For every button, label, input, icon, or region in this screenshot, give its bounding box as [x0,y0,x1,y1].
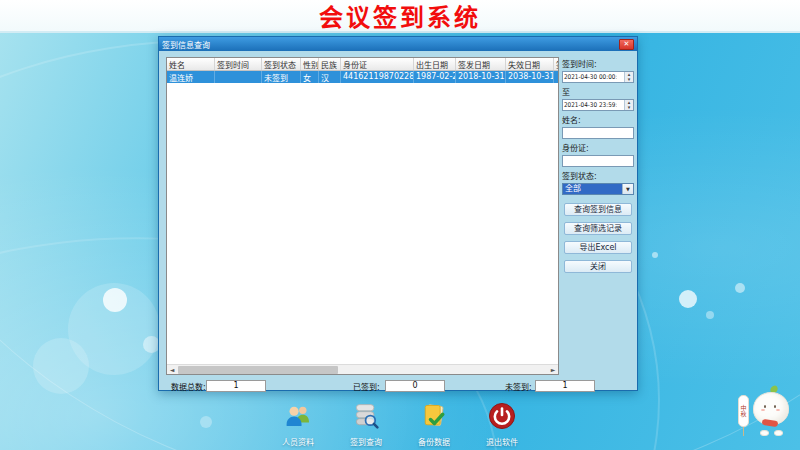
cell-ethnic: 汉 [319,71,341,83]
cell-clipped [554,71,559,83]
time-from-spinner[interactable]: ▴ ▾ [624,72,633,82]
taskbar-item-signin-query[interactable]: 签到查询 [338,402,394,447]
signtime-label: 签到时间: [562,58,634,69]
cell-gender: 女 [301,71,319,83]
window-titlebar[interactable]: 签到信息查询 ✕ [159,37,637,51]
mascot-eye [764,405,766,408]
cell-issuedate: 2018-10-31 [456,71,506,83]
cell-expiredate: 2038-10-31 [506,71,554,83]
people-icon [284,402,312,434]
mascot-foot [760,430,769,436]
mascot-banner: 中秋 [738,395,749,427]
column-header-idnumber[interactable]: 身份证 [341,58,414,70]
signed-count-label: 已签到: [353,381,380,392]
name-input[interactable] [562,127,634,139]
column-header-birthdate[interactable]: 出生日期 [414,58,456,70]
time-from-field[interactable]: 2021-04-30 00:00:00 ▴ ▾ [562,71,634,83]
status-label: 签到状态: [562,170,634,181]
wallpaper-bubble [652,252,658,258]
to-label: 至 [562,86,634,97]
spin-down-icon[interactable]: ▾ [625,77,633,82]
taskbar-label: 退出软件 [486,436,518,447]
window-title: 签到信息查询 [162,39,619,50]
signed-count-value: 0 [385,380,445,392]
time-from-value[interactable]: 2021-04-30 00:00:00 [563,72,617,82]
query-filtered-records-button[interactable]: 查询筛选记录 [564,222,632,235]
wallpaper-bubble [103,288,127,312]
column-header-clipped[interactable]: 签 [554,58,559,70]
power-icon [488,402,516,434]
mascot-blush [761,409,765,411]
unsigned-count-label: 未签到: [505,381,532,392]
cell-idnumber: 441621198702282481 [341,71,414,83]
chevron-down-icon[interactable]: ▼ [622,184,633,194]
desktop: 会议签到系统 签到信息查询 ✕ 姓名 签到时间 签到状态 性别 民族 身份证 出… [0,0,800,450]
mascot-blush [776,409,780,411]
query-signin-info-button[interactable]: 查询签到信息 [564,203,632,216]
total-count-value: 1 [206,380,266,392]
app-title: 会议签到系统 [319,0,481,33]
status-bar: 数据总数: 1 已签到: 0 未签到: 1 [166,380,559,392]
signin-table: 姓名 签到时间 签到状态 性别 民族 身份证 出生日期 签发日期 失效日期 签 … [166,57,559,375]
taskbar-item-backup[interactable]: 备份数据 [406,402,462,447]
query-panel: 签到时间: 2021-04-30 00:00:00 ▴ ▾ 至 2021-04-… [562,58,634,279]
column-header-signtime[interactable]: 签到时间 [215,58,262,70]
close-window-button[interactable]: 关闭 [564,260,632,273]
idnumber-input[interactable] [562,155,634,167]
time-to-field[interactable]: 2021-04-30 23:59:59 ▴ ▾ [562,99,634,111]
column-header-status[interactable]: 签到状态 [262,58,301,70]
wallpaper-bubble [68,283,160,375]
spin-down-icon[interactable]: ▾ [625,105,633,110]
horizontal-scrollbar[interactable]: ◄ ► [167,364,558,374]
taskbar-label: 人员资料 [282,436,314,447]
time-to-spinner[interactable]: ▴ ▾ [624,100,633,110]
mascot-foot [774,430,783,436]
scroll-left-icon[interactable]: ◄ [167,365,177,375]
status-dropdown[interactable]: 全部 ▼ [562,183,634,195]
signin-query-window: 签到信息查询 ✕ 姓名 签到时间 签到状态 性别 民族 身份证 出生日期 签发日… [158,36,638,391]
taskbar: 人员资料 签到查询 备份数据 [0,402,800,447]
column-header-expiredate[interactable]: 失效日期 [506,58,554,70]
database-search-icon [352,402,380,434]
status-selected-value[interactable]: 全部 [563,184,622,194]
wallpaper-bubble [735,283,745,293]
column-header-name[interactable]: 姓名 [167,58,215,70]
taskbar-label: 备份数据 [418,436,450,447]
mascot-banner-pole [743,426,744,436]
scroll-right-icon[interactable]: ► [548,365,558,375]
column-header-gender[interactable]: 性别 [301,58,319,70]
cell-status: 未签到 [262,71,301,83]
taskbar-label: 签到查询 [350,436,382,447]
close-icon[interactable]: ✕ [619,39,634,50]
table-row[interactable]: 温连娇 未签到 女 汉 441621198702282481 1987-02-2… [167,71,558,83]
scrollbar-thumb[interactable] [178,366,338,374]
export-excel-button[interactable]: 导出Excel [564,241,632,254]
mascot-scarf [762,419,779,427]
mascot-eye [774,405,776,408]
scrollbar-track[interactable] [177,365,548,375]
cell-birthdate: 1987-02-28 [414,71,456,83]
wallpaper-bubble [706,311,714,319]
taskbar-item-personnel[interactable]: 人员资料 [270,402,326,447]
mascot-sticker: 中秋 [738,382,800,442]
unsigned-count-value: 1 [535,380,595,392]
column-header-issuedate[interactable]: 签发日期 [456,58,506,70]
backup-file-icon [420,402,448,434]
total-count-label: 数据总数: [171,381,206,392]
wallpaper-bubble [33,338,89,394]
cell-signtime [215,71,262,83]
app-banner: 会议签到系统 [0,0,800,33]
column-header-ethnic[interactable]: 民族 [319,58,341,70]
name-label: 姓名: [562,114,634,125]
table-header-row: 姓名 签到时间 签到状态 性别 民族 身份证 出生日期 签发日期 失效日期 签 [167,58,558,71]
idnumber-label: 身份证: [562,142,634,153]
taskbar-item-exit[interactable]: 退出软件 [474,402,530,447]
time-to-value[interactable]: 2021-04-30 23:59:59 [563,100,617,110]
wallpaper-bubble [679,290,697,308]
cell-name: 温连娇 [167,71,215,83]
